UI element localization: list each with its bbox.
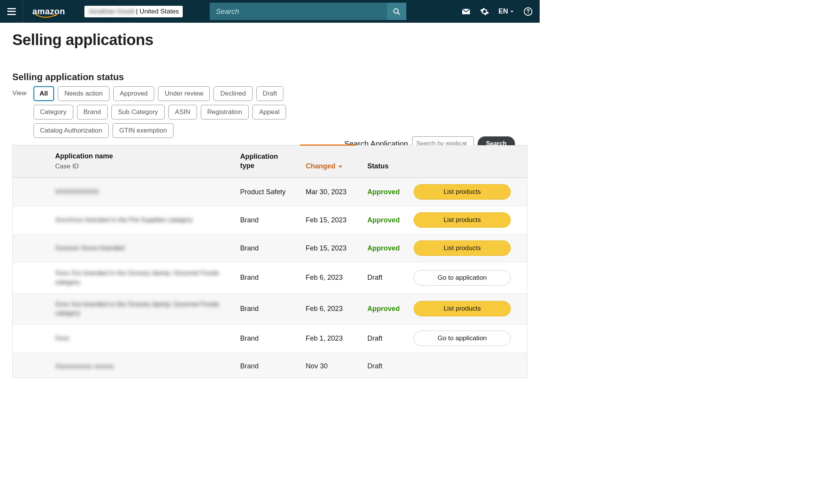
filter-chip-gtin-exemption[interactable]: GTIN exemption	[113, 123, 173, 138]
filter-chip-asin[interactable]: ASIN	[168, 105, 197, 119]
svg-point-3	[528, 13, 529, 13]
chevron-down-icon	[510, 9, 514, 14]
application-name-redacted: XXXXXXXXXX	[55, 187, 240, 197]
marketplace-label: | United States	[136, 8, 179, 15]
hamburger-icon	[7, 8, 16, 15]
go-to-application-button[interactable]: Go to application	[414, 331, 511, 346]
application-name-redacted: Xxxxxxx Xxxxx branded	[55, 244, 240, 253]
account-context-selector[interactable]: Jonathan Gould | United States	[84, 6, 183, 17]
cell-application-type: Brand	[240, 334, 306, 343]
application-name-redacted: Xxxx Xxx branded in the Grocery &amp; Go…	[55, 300, 240, 318]
filter-chip-needs-action[interactable]: Needs action	[58, 86, 109, 101]
table-row: XXXXXXXXXXProduct SafetyMar 30, 2023Appr…	[13, 178, 527, 206]
cell-action: List products	[414, 212, 514, 228]
cell-changed: Feb 6, 2023	[306, 274, 367, 282]
filter-chips: AllNeeds actionApprovedUnder reviewDecli…	[34, 86, 319, 138]
filter-chip-appeal[interactable]: Appeal	[252, 105, 286, 119]
cell-status: Draft	[367, 334, 414, 343]
search-input[interactable]	[210, 3, 387, 20]
cell-application-name[interactable]: Xxxx Xxx branded in the Grocery &amp; Go…	[55, 269, 240, 287]
filter-chip-all[interactable]: All	[34, 86, 54, 101]
cell-application-type: Brand	[240, 216, 306, 224]
cell-application-name[interactable]: Xxxx	[55, 334, 240, 343]
table-row: XxxxBrandFeb 1, 2023DraftGo to applicati…	[13, 324, 527, 352]
cell-changed: Feb 15, 2023	[306, 216, 367, 224]
table-row: XxxxXxxx branded in the Pet Supplies cat…	[13, 206, 527, 234]
table-row: Xxxx Xxx branded in the Grocery &amp; Go…	[13, 262, 527, 293]
filter-chip-brand[interactable]: Brand	[77, 105, 108, 119]
language-label: EN	[498, 7, 508, 15]
cell-action: Go to application	[414, 270, 514, 286]
cell-action: List products	[414, 240, 514, 256]
svg-line-1	[398, 12, 400, 14]
cell-application-name[interactable]: Xxxxxxx Xxxxx branded	[55, 244, 240, 253]
sort-desc-icon	[338, 164, 343, 169]
top-navigation: amazon Jonathan Gould | United States EN	[0, 0, 540, 23]
help-button[interactable]	[523, 7, 533, 16]
filter-chip-approved[interactable]: Approved	[113, 86, 155, 101]
table-row: Xxxxxxxxxxx xxxxxxBrandNov 30Draft	[13, 352, 527, 378]
cell-action: List products	[414, 184, 514, 200]
table-row: Xxxxxxx Xxxxx brandedBrandFeb 15, 2023Ap…	[13, 234, 527, 262]
application-name-redacted: Xxxx	[55, 334, 240, 343]
th-application-type[interactable]: Application type	[240, 152, 306, 170]
menu-button[interactable]	[0, 0, 23, 23]
filter-row: View AllNeeds actionApprovedUnder review…	[12, 86, 527, 138]
filter-chip-catalog-authorization[interactable]: Catalog Authorization	[34, 123, 109, 138]
cell-application-type: Brand	[240, 305, 306, 313]
cell-changed: Mar 30, 2023	[306, 188, 367, 196]
nav-icon-group: EN	[461, 7, 533, 16]
table-body: XXXXXXXXXXProduct SafetyMar 30, 2023Appr…	[13, 178, 527, 378]
table-row: Xxxx Xxx branded in the Grocery &amp; Go…	[13, 293, 527, 324]
filter-chip-under-review[interactable]: Under review	[158, 86, 210, 101]
th-application-name[interactable]: Application name	[55, 152, 240, 160]
search-button[interactable]	[387, 3, 406, 20]
application-name-redacted: Xxxxxxxxxxx xxxxxx	[55, 362, 240, 371]
cell-changed: Feb 15, 2023	[306, 244, 367, 252]
filter-chip-category[interactable]: Category	[34, 105, 73, 119]
cell-status: Approved	[367, 305, 414, 313]
cell-application-type: Product Safety	[240, 188, 306, 196]
cell-application-name[interactable]: Xxxxxxxxxxx xxxxxx	[55, 362, 240, 371]
th-case-id[interactable]: Case ID	[55, 163, 240, 170]
cell-status: Approved	[367, 216, 414, 224]
filter-chip-registration[interactable]: Registration	[201, 105, 249, 119]
search-icon	[393, 8, 401, 15]
page-title: Selling applications	[12, 31, 527, 49]
applications-table: Application name Case ID Application typ…	[12, 145, 527, 378]
cell-action: Go to application	[414, 331, 514, 346]
filter-chip-declined[interactable]: Declined	[214, 86, 252, 101]
cell-changed: Nov 30	[306, 362, 367, 370]
cell-application-type: Brand	[240, 274, 306, 282]
list-products-button[interactable]: List products	[414, 301, 511, 316]
cell-status: Draft	[367, 362, 414, 370]
cell-status: Approved	[367, 244, 414, 252]
cell-changed: Feb 6, 2023	[306, 305, 367, 313]
cell-application-name[interactable]: XxxxXxxx branded in the Pet Supplies cat…	[55, 215, 240, 225]
messages-button[interactable]	[461, 7, 471, 16]
th-changed[interactable]: Changed	[306, 162, 367, 170]
settings-button[interactable]	[480, 7, 489, 16]
go-to-application-button[interactable]: Go to application	[414, 270, 511, 286]
filter-chip-sub-category[interactable]: Sub Category	[111, 105, 165, 119]
section-title: Selling application status	[12, 72, 527, 82]
list-products-button[interactable]: List products	[414, 212, 511, 228]
help-icon	[523, 7, 533, 16]
cell-application-name[interactable]: XXXXXXXXXX	[55, 187, 240, 197]
cell-application-name[interactable]: Xxxx Xxx branded in the Grocery &amp; Go…	[55, 300, 240, 318]
page-content: Selling applications Selling application…	[0, 23, 540, 378]
cell-changed: Feb 1, 2023	[306, 334, 367, 343]
account-name-redacted: Jonathan Gould	[88, 8, 135, 15]
list-products-button[interactable]: List products	[414, 184, 511, 200]
filter-chip-draft[interactable]: Draft	[256, 86, 284, 101]
amazon-logo[interactable]: amazon	[32, 7, 65, 17]
application-name-redacted: XxxxXxxx branded in the Pet Supplies cat…	[55, 215, 240, 225]
mail-icon	[461, 7, 471, 16]
th-status[interactable]: Status	[367, 162, 414, 170]
list-products-button[interactable]: List products	[414, 240, 511, 256]
smile-icon	[35, 14, 57, 19]
language-selector[interactable]: EN	[498, 7, 514, 15]
cell-status: Draft	[367, 274, 414, 282]
cell-action: List products	[414, 301, 514, 316]
view-label: View	[12, 89, 27, 97]
